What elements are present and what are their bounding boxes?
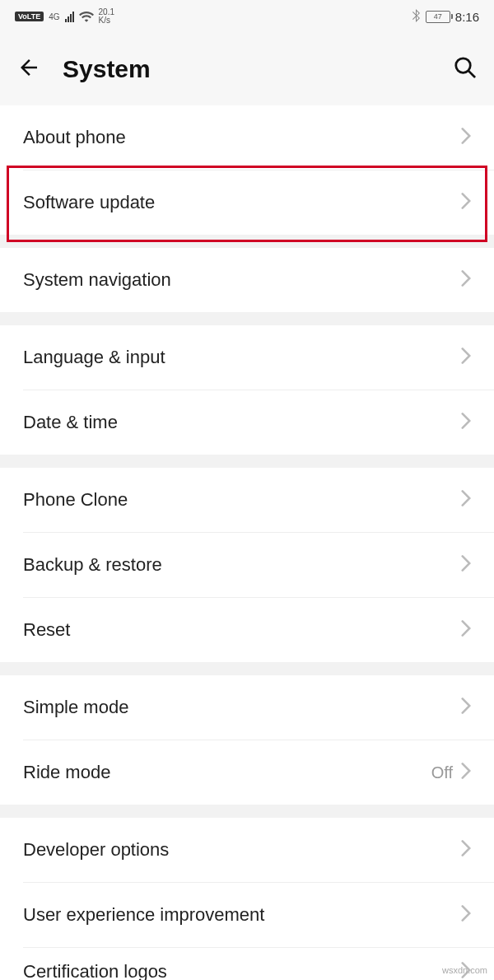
- header-bar: System: [0, 33, 494, 105]
- row-label: User experience improvement: [23, 904, 461, 926]
- row-backup-restore[interactable]: Backup & restore: [0, 533, 494, 597]
- data-speed: 20.1 K/s: [99, 8, 114, 25]
- row-date-time[interactable]: Date & time: [0, 390, 494, 455]
- section-gap: [0, 312, 494, 325]
- row-label: Certification logos: [23, 961, 461, 980]
- section-gap: [0, 662, 494, 675]
- row-label: Reset: [23, 619, 461, 641]
- row-label: About phone: [23, 127, 461, 148]
- section-gap: [0, 455, 494, 468]
- row-label: Language & input: [23, 347, 461, 368]
- watermark: wsxdn.com: [442, 965, 487, 975]
- row-reset[interactable]: Reset: [0, 598, 494, 662]
- chevron-right-icon: [461, 348, 471, 367]
- chevron-right-icon: [461, 490, 471, 510]
- row-simple-mode[interactable]: Simple mode: [0, 675, 494, 740]
- row-value: Off: [431, 763, 453, 782]
- page-title: System: [63, 55, 431, 83]
- row-language-input[interactable]: Language & input: [0, 325, 494, 390]
- status-right: 47 8:16: [412, 9, 479, 25]
- row-developer-options[interactable]: Developer options: [0, 818, 494, 882]
- chevron-right-icon: [461, 193, 471, 212]
- row-about-phone[interactable]: About phone: [0, 105, 494, 170]
- chevron-right-icon: [461, 128, 471, 147]
- row-label: Backup & restore: [23, 554, 461, 576]
- battery-icon: 47: [426, 11, 450, 23]
- wifi-icon: [79, 11, 94, 22]
- volte-badge: VoLTE: [15, 12, 44, 21]
- row-label: Ride mode: [23, 762, 431, 783]
- section-gap: [0, 235, 494, 248]
- svg-line-1: [468, 71, 474, 77]
- row-label: Date & time: [23, 412, 461, 433]
- row-label: Phone Clone: [23, 489, 461, 511]
- row-label: Software update: [23, 192, 461, 213]
- row-software-update[interactable]: Software update: [0, 170, 494, 235]
- row-user-experience-improvement[interactable]: User experience improvement: [0, 883, 494, 947]
- row-label: Simple mode: [23, 697, 461, 718]
- row-ride-mode[interactable]: Ride mode Off: [0, 740, 494, 805]
- section-gap: [0, 805, 494, 818]
- chevron-right-icon: [461, 555, 471, 575]
- row-label: Developer options: [23, 839, 461, 861]
- status-bar: VoLTE 4G 20.1 K/s 47 8:16: [0, 0, 494, 33]
- chevron-right-icon: [461, 620, 471, 640]
- chevron-right-icon: [461, 905, 471, 925]
- chevron-right-icon: [461, 413, 471, 432]
- chevron-right-icon: [461, 763, 471, 782]
- clock: 8:16: [455, 10, 479, 24]
- search-button[interactable]: [453, 55, 478, 83]
- signal-icon: [65, 11, 74, 22]
- network-indicator: 4G: [49, 13, 59, 21]
- chevron-right-icon: [461, 840, 471, 860]
- row-system-navigation[interactable]: System navigation: [0, 248, 494, 312]
- status-left: VoLTE 4G 20.1 K/s: [15, 8, 114, 25]
- bluetooth-icon: [412, 9, 421, 25]
- row-label: System navigation: [23, 269, 461, 291]
- row-certification-logos[interactable]: Certification logos: [0, 948, 494, 980]
- chevron-right-icon: [461, 698, 471, 717]
- chevron-right-icon: [461, 270, 471, 290]
- row-phone-clone[interactable]: Phone Clone: [0, 468, 494, 532]
- back-button[interactable]: [16, 55, 41, 83]
